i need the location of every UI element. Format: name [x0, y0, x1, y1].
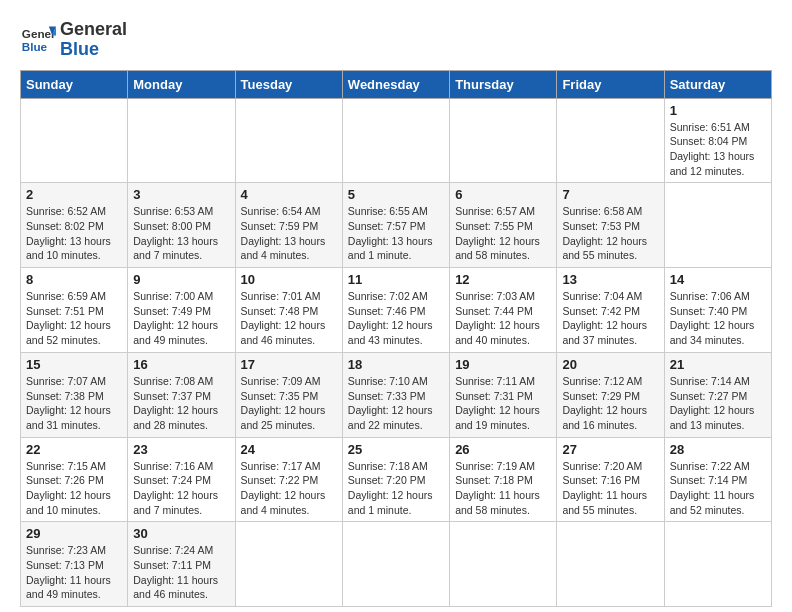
- logo: General Blue General Blue: [20, 20, 127, 60]
- day-number: 17: [241, 357, 337, 372]
- logo-blue: Blue: [60, 40, 127, 60]
- calendar-day-9: 9Sunrise: 7:00 AMSunset: 7:49 PMDaylight…: [128, 268, 235, 353]
- day-number: 6: [455, 187, 551, 202]
- day-detail: Sunrise: 7:06 AMSunset: 7:40 PMDaylight:…: [670, 289, 766, 348]
- day-number: 7: [562, 187, 658, 202]
- empty-cell: [342, 98, 449, 183]
- calendar-day-19: 19Sunrise: 7:11 AMSunset: 7:31 PMDayligh…: [450, 352, 557, 437]
- day-detail: Sunrise: 7:19 AMSunset: 7:18 PMDaylight:…: [455, 459, 551, 518]
- calendar-week-4: 15Sunrise: 7:07 AMSunset: 7:38 PMDayligh…: [21, 352, 772, 437]
- day-number: 19: [455, 357, 551, 372]
- day-detail: Sunrise: 6:52 AMSunset: 8:02 PMDaylight:…: [26, 204, 122, 263]
- day-detail: Sunrise: 6:51 AMSunset: 8:04 PMDaylight:…: [670, 120, 766, 179]
- calendar-day-23: 23Sunrise: 7:16 AMSunset: 7:24 PMDayligh…: [128, 437, 235, 522]
- calendar-day-18: 18Sunrise: 7:10 AMSunset: 7:33 PMDayligh…: [342, 352, 449, 437]
- day-detail: Sunrise: 7:07 AMSunset: 7:38 PMDaylight:…: [26, 374, 122, 433]
- calendar-day-30: 30Sunrise: 7:24 AMSunset: 7:11 PMDayligh…: [128, 522, 235, 607]
- day-number: 27: [562, 442, 658, 457]
- empty-cell: [235, 522, 342, 607]
- empty-cell: [128, 98, 235, 183]
- day-number: 2: [26, 187, 122, 202]
- day-number: 1: [670, 103, 766, 118]
- day-detail: Sunrise: 7:23 AMSunset: 7:13 PMDaylight:…: [26, 543, 122, 602]
- calendar-week-3: 8Sunrise: 6:59 AMSunset: 7:51 PMDaylight…: [21, 268, 772, 353]
- day-number: 20: [562, 357, 658, 372]
- weekday-header-monday: Monday: [128, 70, 235, 98]
- day-number: 22: [26, 442, 122, 457]
- day-detail: Sunrise: 7:14 AMSunset: 7:27 PMDaylight:…: [670, 374, 766, 433]
- day-number: 9: [133, 272, 229, 287]
- day-detail: Sunrise: 6:54 AMSunset: 7:59 PMDaylight:…: [241, 204, 337, 263]
- calendar-day-3: 3Sunrise: 6:53 AMSunset: 8:00 PMDaylight…: [128, 183, 235, 268]
- calendar-table: SundayMondayTuesdayWednesdayThursdayFrid…: [20, 70, 772, 608]
- day-detail: Sunrise: 7:01 AMSunset: 7:48 PMDaylight:…: [241, 289, 337, 348]
- weekday-header-saturday: Saturday: [664, 70, 771, 98]
- day-detail: Sunrise: 7:17 AMSunset: 7:22 PMDaylight:…: [241, 459, 337, 518]
- calendar-day-13: 13Sunrise: 7:04 AMSunset: 7:42 PMDayligh…: [557, 268, 664, 353]
- logo-general: General: [60, 20, 127, 40]
- weekday-header-row: SundayMondayTuesdayWednesdayThursdayFrid…: [21, 70, 772, 98]
- empty-cell: [557, 522, 664, 607]
- day-number: 30: [133, 526, 229, 541]
- day-detail: Sunrise: 7:02 AMSunset: 7:46 PMDaylight:…: [348, 289, 444, 348]
- weekday-header-sunday: Sunday: [21, 70, 128, 98]
- day-detail: Sunrise: 7:03 AMSunset: 7:44 PMDaylight:…: [455, 289, 551, 348]
- calendar-day-7: 7Sunrise: 6:58 AMSunset: 7:53 PMDaylight…: [557, 183, 664, 268]
- day-detail: Sunrise: 7:11 AMSunset: 7:31 PMDaylight:…: [455, 374, 551, 433]
- weekday-header-friday: Friday: [557, 70, 664, 98]
- empty-cell: [664, 183, 771, 268]
- day-number: 5: [348, 187, 444, 202]
- weekday-header-wednesday: Wednesday: [342, 70, 449, 98]
- logo-icon: General Blue: [20, 22, 56, 58]
- calendar-day-14: 14Sunrise: 7:06 AMSunset: 7:40 PMDayligh…: [664, 268, 771, 353]
- day-detail: Sunrise: 7:20 AMSunset: 7:16 PMDaylight:…: [562, 459, 658, 518]
- calendar-day-22: 22Sunrise: 7:15 AMSunset: 7:26 PMDayligh…: [21, 437, 128, 522]
- day-detail: Sunrise: 7:10 AMSunset: 7:33 PMDaylight:…: [348, 374, 444, 433]
- day-number: 14: [670, 272, 766, 287]
- calendar-day-11: 11Sunrise: 7:02 AMSunset: 7:46 PMDayligh…: [342, 268, 449, 353]
- calendar-day-17: 17Sunrise: 7:09 AMSunset: 7:35 PMDayligh…: [235, 352, 342, 437]
- day-detail: Sunrise: 7:24 AMSunset: 7:11 PMDaylight:…: [133, 543, 229, 602]
- calendar-week-6: 29Sunrise: 7:23 AMSunset: 7:13 PMDayligh…: [21, 522, 772, 607]
- day-detail: Sunrise: 7:00 AMSunset: 7:49 PMDaylight:…: [133, 289, 229, 348]
- day-detail: Sunrise: 7:16 AMSunset: 7:24 PMDaylight:…: [133, 459, 229, 518]
- empty-cell: [557, 98, 664, 183]
- calendar-day-4: 4Sunrise: 6:54 AMSunset: 7:59 PMDaylight…: [235, 183, 342, 268]
- calendar-week-1: 1Sunrise: 6:51 AMSunset: 8:04 PMDaylight…: [21, 98, 772, 183]
- day-detail: Sunrise: 6:55 AMSunset: 7:57 PMDaylight:…: [348, 204, 444, 263]
- day-detail: Sunrise: 7:12 AMSunset: 7:29 PMDaylight:…: [562, 374, 658, 433]
- day-detail: Sunrise: 7:22 AMSunset: 7:14 PMDaylight:…: [670, 459, 766, 518]
- day-number: 28: [670, 442, 766, 457]
- calendar-day-15: 15Sunrise: 7:07 AMSunset: 7:38 PMDayligh…: [21, 352, 128, 437]
- calendar-day-29: 29Sunrise: 7:23 AMSunset: 7:13 PMDayligh…: [21, 522, 128, 607]
- svg-text:Blue: Blue: [22, 40, 48, 53]
- empty-cell: [235, 98, 342, 183]
- calendar-week-5: 22Sunrise: 7:15 AMSunset: 7:26 PMDayligh…: [21, 437, 772, 522]
- day-number: 24: [241, 442, 337, 457]
- day-detail: Sunrise: 7:08 AMSunset: 7:37 PMDaylight:…: [133, 374, 229, 433]
- weekday-header-tuesday: Tuesday: [235, 70, 342, 98]
- day-number: 12: [455, 272, 551, 287]
- day-number: 23: [133, 442, 229, 457]
- calendar-day-6: 6Sunrise: 6:57 AMSunset: 7:55 PMDaylight…: [450, 183, 557, 268]
- day-number: 11: [348, 272, 444, 287]
- day-number: 13: [562, 272, 658, 287]
- calendar-day-20: 20Sunrise: 7:12 AMSunset: 7:29 PMDayligh…: [557, 352, 664, 437]
- empty-cell: [450, 522, 557, 607]
- weekday-header-thursday: Thursday: [450, 70, 557, 98]
- day-number: 15: [26, 357, 122, 372]
- day-number: 16: [133, 357, 229, 372]
- calendar-day-25: 25Sunrise: 7:18 AMSunset: 7:20 PMDayligh…: [342, 437, 449, 522]
- calendar-day-16: 16Sunrise: 7:08 AMSunset: 7:37 PMDayligh…: [128, 352, 235, 437]
- day-detail: Sunrise: 6:58 AMSunset: 7:53 PMDaylight:…: [562, 204, 658, 263]
- day-detail: Sunrise: 7:15 AMSunset: 7:26 PMDaylight:…: [26, 459, 122, 518]
- day-detail: Sunrise: 6:59 AMSunset: 7:51 PMDaylight:…: [26, 289, 122, 348]
- calendar-day-10: 10Sunrise: 7:01 AMSunset: 7:48 PMDayligh…: [235, 268, 342, 353]
- calendar-day-2: 2Sunrise: 6:52 AMSunset: 8:02 PMDaylight…: [21, 183, 128, 268]
- day-number: 10: [241, 272, 337, 287]
- calendar-day-21: 21Sunrise: 7:14 AMSunset: 7:27 PMDayligh…: [664, 352, 771, 437]
- empty-cell: [21, 98, 128, 183]
- day-number: 18: [348, 357, 444, 372]
- empty-cell: [342, 522, 449, 607]
- calendar-day-26: 26Sunrise: 7:19 AMSunset: 7:18 PMDayligh…: [450, 437, 557, 522]
